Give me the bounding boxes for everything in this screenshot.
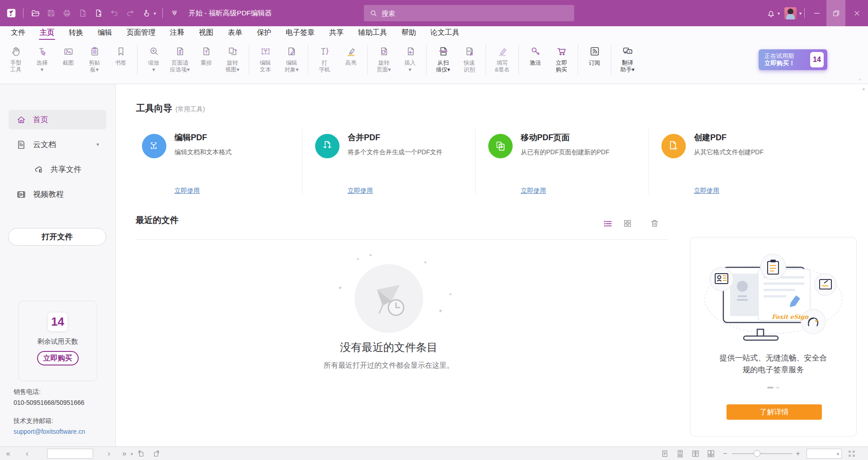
menu-tab-protect[interactable]: 保护: [250, 26, 278, 40]
learn-more-button[interactable]: 了解详情: [726, 404, 822, 420]
ribbon-button-rotate-view[interactable]: 旋转视图▾: [220, 43, 245, 75]
menu-tab-view[interactable]: 视图: [192, 26, 221, 40]
ribbon-button-bookmark[interactable]: 书签: [108, 43, 133, 75]
ribbon-button-translate[interactable]: A翻译助手▾: [615, 43, 640, 75]
ribbon-button-select-cursor[interactable]: 选择▾: [30, 43, 54, 75]
notification-caret-icon[interactable]: ▾: [778, 11, 780, 16]
customize-toolbar-icon[interactable]: [169, 8, 180, 19]
chevron-down-icon[interactable]: ▾: [96, 142, 99, 147]
restore-window-button[interactable]: [826, 0, 845, 26]
zoom-slider-track[interactable]: [732, 453, 793, 454]
menu-tab-label: 帮助: [401, 28, 416, 36]
ribbon-button-fit-page[interactable]: 页面适应选项▾: [168, 43, 192, 75]
buy-now-button[interactable]: 立即购买: [37, 351, 79, 365]
open-file-button[interactable]: 打开文件: [8, 228, 106, 246]
menu-tab-form[interactable]: 表单: [221, 26, 250, 40]
use-now-link-edit-pdf[interactable]: 立即使用: [175, 187, 200, 195]
next-page-button[interactable]: ›: [104, 447, 113, 460]
next-view-icon[interactable]: [151, 449, 162, 459]
ribbon-button-edit-text[interactable]: 编辑文本: [253, 43, 278, 75]
ribbon-button-subscribe[interactable]: 订阅: [582, 43, 607, 75]
use-now-link-move-pdf-pages[interactable]: 立即使用: [521, 187, 546, 195]
close-button[interactable]: [845, 0, 868, 26]
ribbon-button-edit-object[interactable]: 编辑对象▾: [279, 43, 304, 75]
zoom-slider-thumb[interactable]: [754, 450, 760, 457]
zoom-level-dropdown[interactable]: ▾: [807, 449, 842, 459]
last-page-button[interactable]: »: [120, 447, 129, 460]
ribbon-button-rotate-pages[interactable]: 旋转页面▾: [372, 43, 396, 75]
menu-tab-comment[interactable]: 注释: [163, 26, 192, 40]
use-now-link-create-pdf[interactable]: 立即使用: [694, 187, 719, 195]
undo-icon[interactable]: [109, 8, 120, 19]
touch-select-icon[interactable]: [141, 8, 151, 19]
facing-view-icon[interactable]: [690, 449, 701, 459]
ribbon-button-hand-tool[interactable]: 手型工具: [4, 43, 28, 75]
menu-tab-page-manage[interactable]: 页面管理: [119, 26, 163, 40]
search-input[interactable]: [382, 9, 569, 17]
redo-icon[interactable]: [125, 8, 136, 19]
global-search[interactable]: [364, 5, 574, 21]
ribbon-button-zoom[interactable]: 缩放▾: [142, 43, 166, 75]
ribbon-button-typewriter[interactable]: 打字机: [312, 43, 337, 75]
ribbon-button-scanner[interactable]: 从扫描仪▾: [431, 43, 455, 75]
carousel-dot-active[interactable]: [767, 387, 774, 389]
ribbon-button-snapshot[interactable]: 截图: [56, 43, 80, 75]
menu-tab-convert[interactable]: 转换: [61, 26, 90, 40]
user-avatar[interactable]: [784, 7, 797, 19]
ribbon-button-reflow[interactable]: 重排: [194, 43, 218, 75]
ribbon-button-fill-sign[interactable]: 填写&签名: [490, 43, 514, 75]
ribbon-button-insert-page[interactable]: 插入▾: [398, 43, 422, 75]
sidebar-item-video-tutorials[interactable]: 视频教程: [9, 185, 106, 204]
sidebar-item-shared-files[interactable]: 共享文件: [9, 160, 106, 179]
ribbon-button-quick-ocr[interactable]: OCR快速识别: [457, 43, 481, 75]
menu-tab-share[interactable]: 共享: [322, 26, 351, 40]
account-caret-icon[interactable]: ▾: [799, 11, 802, 16]
ribbon-button-label: 旋转视图▾: [225, 60, 239, 73]
sales-phone-label: 销售电话:: [14, 388, 85, 396]
sidebar-item-cloud-docs[interactable]: 云文档▾: [9, 135, 106, 154]
page-number-field[interactable]: ▾: [47, 449, 93, 459]
menu-tab-esign[interactable]: 电子签章: [278, 26, 322, 40]
save-icon[interactable]: [46, 8, 57, 19]
menu-tab-file[interactable]: 文件: [4, 26, 33, 40]
open-file-icon[interactable]: [30, 8, 41, 19]
menu-tab-accessibility[interactable]: 辅助工具: [351, 26, 394, 40]
minimize-button[interactable]: [807, 0, 826, 26]
notification-bell-icon[interactable]: [766, 8, 777, 19]
carousel-dot[interactable]: [776, 387, 779, 389]
ribbon-collapse-icon[interactable]: [857, 77, 863, 82]
ribbon-button-activate[interactable]: 激活: [523, 43, 547, 75]
previous-view-icon[interactable]: [136, 449, 146, 459]
single-page-view-icon[interactable]: [659, 449, 670, 459]
ribbon-button-highlight[interactable]: 高亮: [339, 43, 363, 75]
page-dropdown-caret-icon[interactable]: ▾: [131, 451, 135, 456]
trial-banner[interactable]: 正在试用期 立即购买！ 14: [759, 49, 827, 70]
print-icon[interactable]: [61, 8, 72, 19]
list-view-icon[interactable]: [602, 218, 613, 229]
sidebar-item-home[interactable]: 首页: [9, 110, 106, 129]
ribbon-button-cart[interactable]: 立即购买: [549, 43, 574, 75]
sidebar: 首页云文档▾共享文件视频教程 打开文件 14 剩余试用天数 立即购买 销售电话:…: [0, 84, 116, 446]
ribbon-button-clipboard[interactable]: 剪贴板▾: [82, 43, 107, 75]
scrollbar-up-icon[interactable]: ▲: [862, 86, 866, 91]
facing-continuous-view-icon[interactable]: [705, 449, 716, 459]
zoom-in-button[interactable]: +: [794, 447, 802, 460]
support-email-link[interactable]: support@foxitsoftware.cn: [14, 428, 85, 435]
grid-view-icon[interactable]: [622, 218, 633, 229]
page-add-icon[interactable]: [93, 8, 104, 19]
menu-tab-edit[interactable]: 编辑: [90, 26, 119, 40]
tool-card-description: 将多个文件合并生成一个PDF文件: [348, 148, 443, 156]
page-number-input[interactable]: [47, 449, 131, 458]
fullscreen-icon[interactable]: [846, 449, 857, 459]
page-remove-icon[interactable]: [77, 8, 88, 19]
menu-tab-paper-tools[interactable]: 论文工具: [423, 26, 467, 40]
use-now-link-merge-pdf[interactable]: 立即使用: [348, 187, 373, 195]
first-page-button[interactable]: «: [4, 447, 13, 460]
touch-select-caret-icon[interactable]: ▾: [154, 11, 156, 16]
menu-tab-home[interactable]: 主页: [33, 26, 61, 40]
previous-page-button[interactable]: ‹: [23, 447, 32, 460]
continuous-view-icon[interactable]: [675, 449, 685, 459]
trash-icon[interactable]: [649, 218, 660, 229]
zoom-out-button[interactable]: −: [722, 447, 729, 460]
menu-tab-help[interactable]: 帮助: [394, 26, 423, 40]
